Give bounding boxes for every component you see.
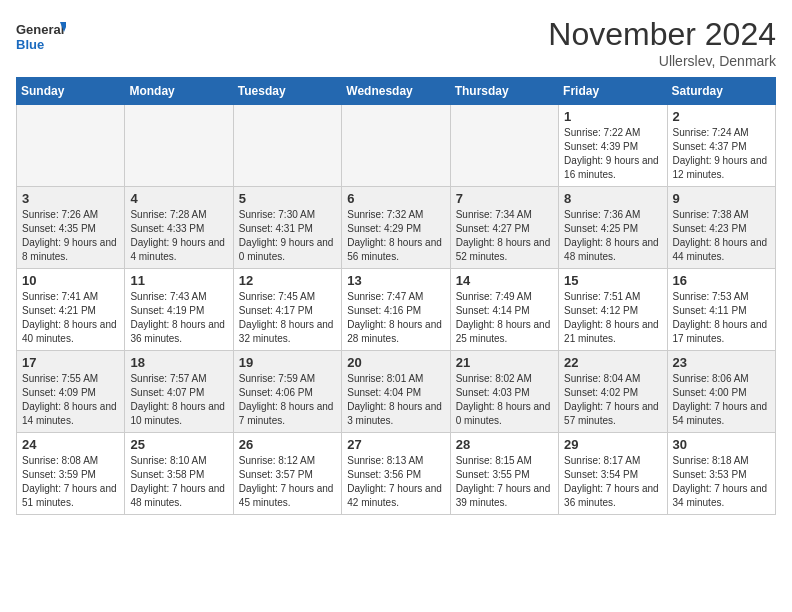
- calendar-table: Sunday Monday Tuesday Wednesday Thursday…: [16, 77, 776, 515]
- day-info: Sunrise: 8:17 AM Sunset: 3:54 PM Dayligh…: [564, 454, 661, 510]
- day-info: Sunrise: 8:13 AM Sunset: 3:56 PM Dayligh…: [347, 454, 444, 510]
- calendar-cell: 15Sunrise: 7:51 AM Sunset: 4:12 PM Dayli…: [559, 269, 667, 351]
- calendar-cell: 27Sunrise: 8:13 AM Sunset: 3:56 PM Dayli…: [342, 433, 450, 515]
- calendar-cell: 26Sunrise: 8:12 AM Sunset: 3:57 PM Dayli…: [233, 433, 341, 515]
- calendar-cell: 17Sunrise: 7:55 AM Sunset: 4:09 PM Dayli…: [17, 351, 125, 433]
- col-thursday: Thursday: [450, 78, 558, 105]
- day-info: Sunrise: 7:51 AM Sunset: 4:12 PM Dayligh…: [564, 290, 661, 346]
- day-number: 6: [347, 191, 444, 206]
- day-info: Sunrise: 7:38 AM Sunset: 4:23 PM Dayligh…: [673, 208, 770, 264]
- col-saturday: Saturday: [667, 78, 775, 105]
- calendar-cell: 14Sunrise: 7:49 AM Sunset: 4:14 PM Dayli…: [450, 269, 558, 351]
- day-info: Sunrise: 7:59 AM Sunset: 4:06 PM Dayligh…: [239, 372, 336, 428]
- calendar-cell: 19Sunrise: 7:59 AM Sunset: 4:06 PM Dayli…: [233, 351, 341, 433]
- day-number: 19: [239, 355, 336, 370]
- day-number: 23: [673, 355, 770, 370]
- day-info: Sunrise: 8:02 AM Sunset: 4:03 PM Dayligh…: [456, 372, 553, 428]
- calendar-cell: 20Sunrise: 8:01 AM Sunset: 4:04 PM Dayli…: [342, 351, 450, 433]
- day-info: Sunrise: 7:41 AM Sunset: 4:21 PM Dayligh…: [22, 290, 119, 346]
- location: Ullerslev, Denmark: [548, 53, 776, 69]
- day-number: 8: [564, 191, 661, 206]
- calendar-cell: 23Sunrise: 8:06 AM Sunset: 4:00 PM Dayli…: [667, 351, 775, 433]
- week-row-1: 3Sunrise: 7:26 AM Sunset: 4:35 PM Daylig…: [17, 187, 776, 269]
- calendar-cell: [342, 105, 450, 187]
- week-row-4: 24Sunrise: 8:08 AM Sunset: 3:59 PM Dayli…: [17, 433, 776, 515]
- day-info: Sunrise: 8:12 AM Sunset: 3:57 PM Dayligh…: [239, 454, 336, 510]
- month-title: November 2024: [548, 16, 776, 53]
- calendar-cell: [450, 105, 558, 187]
- calendar-cell: 12Sunrise: 7:45 AM Sunset: 4:17 PM Dayli…: [233, 269, 341, 351]
- day-number: 5: [239, 191, 336, 206]
- day-number: 25: [130, 437, 227, 452]
- day-number: 26: [239, 437, 336, 452]
- calendar-cell: 24Sunrise: 8:08 AM Sunset: 3:59 PM Dayli…: [17, 433, 125, 515]
- calendar-cell: 16Sunrise: 7:53 AM Sunset: 4:11 PM Dayli…: [667, 269, 775, 351]
- col-monday: Monday: [125, 78, 233, 105]
- day-number: 16: [673, 273, 770, 288]
- calendar-cell: 3Sunrise: 7:26 AM Sunset: 4:35 PM Daylig…: [17, 187, 125, 269]
- day-number: 18: [130, 355, 227, 370]
- day-info: Sunrise: 7:30 AM Sunset: 4:31 PM Dayligh…: [239, 208, 336, 264]
- calendar-cell: 29Sunrise: 8:17 AM Sunset: 3:54 PM Dayli…: [559, 433, 667, 515]
- day-number: 11: [130, 273, 227, 288]
- calendar-cell: 1Sunrise: 7:22 AM Sunset: 4:39 PM Daylig…: [559, 105, 667, 187]
- day-info: Sunrise: 8:18 AM Sunset: 3:53 PM Dayligh…: [673, 454, 770, 510]
- day-info: Sunrise: 7:28 AM Sunset: 4:33 PM Dayligh…: [130, 208, 227, 264]
- calendar-cell: 30Sunrise: 8:18 AM Sunset: 3:53 PM Dayli…: [667, 433, 775, 515]
- day-number: 2: [673, 109, 770, 124]
- svg-text:Blue: Blue: [16, 37, 44, 52]
- day-info: Sunrise: 7:34 AM Sunset: 4:27 PM Dayligh…: [456, 208, 553, 264]
- day-info: Sunrise: 7:43 AM Sunset: 4:19 PM Dayligh…: [130, 290, 227, 346]
- calendar-cell: 8Sunrise: 7:36 AM Sunset: 4:25 PM Daylig…: [559, 187, 667, 269]
- col-wednesday: Wednesday: [342, 78, 450, 105]
- day-info: Sunrise: 7:45 AM Sunset: 4:17 PM Dayligh…: [239, 290, 336, 346]
- calendar-cell: 10Sunrise: 7:41 AM Sunset: 4:21 PM Dayli…: [17, 269, 125, 351]
- calendar-header-row: Sunday Monday Tuesday Wednesday Thursday…: [17, 78, 776, 105]
- day-info: Sunrise: 7:24 AM Sunset: 4:37 PM Dayligh…: [673, 126, 770, 182]
- day-number: 4: [130, 191, 227, 206]
- calendar-cell: 22Sunrise: 8:04 AM Sunset: 4:02 PM Dayli…: [559, 351, 667, 433]
- day-info: Sunrise: 7:55 AM Sunset: 4:09 PM Dayligh…: [22, 372, 119, 428]
- day-number: 12: [239, 273, 336, 288]
- calendar-cell: 28Sunrise: 8:15 AM Sunset: 3:55 PM Dayli…: [450, 433, 558, 515]
- day-number: 21: [456, 355, 553, 370]
- day-number: 27: [347, 437, 444, 452]
- title-block: November 2024 Ullerslev, Denmark: [548, 16, 776, 69]
- day-number: 1: [564, 109, 661, 124]
- day-number: 20: [347, 355, 444, 370]
- col-friday: Friday: [559, 78, 667, 105]
- day-info: Sunrise: 7:26 AM Sunset: 4:35 PM Dayligh…: [22, 208, 119, 264]
- calendar-cell: [125, 105, 233, 187]
- calendar-cell: 25Sunrise: 8:10 AM Sunset: 3:58 PM Dayli…: [125, 433, 233, 515]
- day-number: 7: [456, 191, 553, 206]
- calendar-cell: [17, 105, 125, 187]
- calendar-cell: 9Sunrise: 7:38 AM Sunset: 4:23 PM Daylig…: [667, 187, 775, 269]
- calendar-cell: 4Sunrise: 7:28 AM Sunset: 4:33 PM Daylig…: [125, 187, 233, 269]
- day-number: 30: [673, 437, 770, 452]
- day-info: Sunrise: 8:01 AM Sunset: 4:04 PM Dayligh…: [347, 372, 444, 428]
- day-info: Sunrise: 8:04 AM Sunset: 4:02 PM Dayligh…: [564, 372, 661, 428]
- day-number: 15: [564, 273, 661, 288]
- day-number: 14: [456, 273, 553, 288]
- day-info: Sunrise: 7:49 AM Sunset: 4:14 PM Dayligh…: [456, 290, 553, 346]
- page-header: General Blue November 2024 Ullerslev, De…: [16, 16, 776, 69]
- day-info: Sunrise: 7:57 AM Sunset: 4:07 PM Dayligh…: [130, 372, 227, 428]
- day-info: Sunrise: 7:32 AM Sunset: 4:29 PM Dayligh…: [347, 208, 444, 264]
- day-info: Sunrise: 7:36 AM Sunset: 4:25 PM Dayligh…: [564, 208, 661, 264]
- calendar-cell: 11Sunrise: 7:43 AM Sunset: 4:19 PM Dayli…: [125, 269, 233, 351]
- calendar-cell: 5Sunrise: 7:30 AM Sunset: 4:31 PM Daylig…: [233, 187, 341, 269]
- day-number: 13: [347, 273, 444, 288]
- calendar-cell: 6Sunrise: 7:32 AM Sunset: 4:29 PM Daylig…: [342, 187, 450, 269]
- calendar-cell: 13Sunrise: 7:47 AM Sunset: 4:16 PM Dayli…: [342, 269, 450, 351]
- calendar-cell: 21Sunrise: 8:02 AM Sunset: 4:03 PM Dayli…: [450, 351, 558, 433]
- day-info: Sunrise: 8:15 AM Sunset: 3:55 PM Dayligh…: [456, 454, 553, 510]
- calendar-cell: 2Sunrise: 7:24 AM Sunset: 4:37 PM Daylig…: [667, 105, 775, 187]
- calendar-cell: [233, 105, 341, 187]
- day-number: 17: [22, 355, 119, 370]
- col-sunday: Sunday: [17, 78, 125, 105]
- week-row-0: 1Sunrise: 7:22 AM Sunset: 4:39 PM Daylig…: [17, 105, 776, 187]
- col-tuesday: Tuesday: [233, 78, 341, 105]
- day-info: Sunrise: 7:47 AM Sunset: 4:16 PM Dayligh…: [347, 290, 444, 346]
- logo: General Blue: [16, 16, 66, 56]
- logo-svg: General Blue: [16, 16, 66, 56]
